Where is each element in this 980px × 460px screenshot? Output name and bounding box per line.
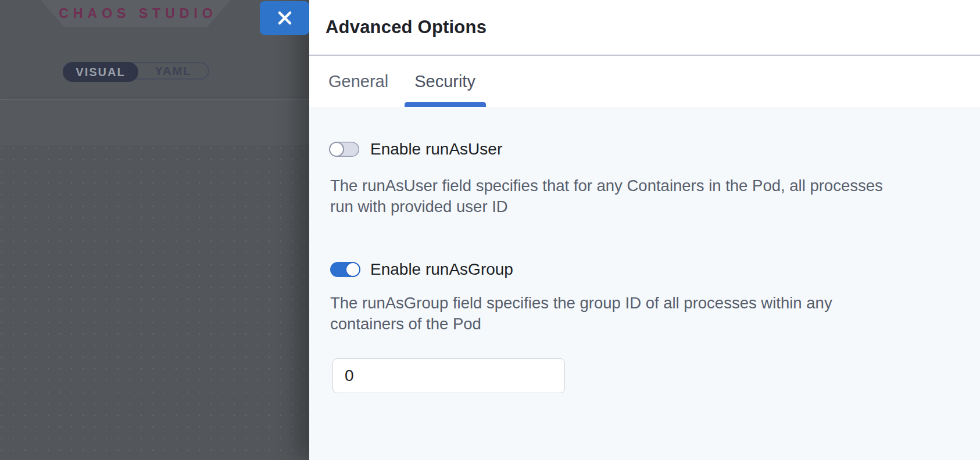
drawer-title: Advanced Options <box>326 17 487 38</box>
enable-runasuser-label: Enable runAsUser <box>370 140 502 159</box>
tab-general[interactable]: General <box>328 56 388 107</box>
enable-runasgroup-toggle[interactable] <box>330 262 359 277</box>
visual-yaml-toggle: VISUAL YAML <box>63 62 209 80</box>
security-tab-panel: Enable runAsUser The runAsUser field spe… <box>309 108 980 460</box>
advanced-options-drawer: Advanced Options General Security Enable… <box>309 0 980 460</box>
chaos-studio-canvas: CHAOS STUDIO VISUAL YAML <box>0 0 309 460</box>
close-drawer-button[interactable] <box>260 1 309 35</box>
run-as-user-row: Enable runAsUser <box>330 141 980 158</box>
toggle-knob <box>345 262 360 277</box>
canvas-dotted-grid <box>0 145 309 460</box>
enable-runasuser-toggle[interactable] <box>330 142 359 157</box>
close-icon <box>277 10 293 26</box>
drawer-header: Advanced Options <box>309 0 980 56</box>
runasgroup-value-input[interactable] <box>332 358 565 393</box>
run-as-group-row: Enable runAsGroup <box>330 261 980 278</box>
enable-runasgroup-label: Enable runAsGroup <box>370 260 513 279</box>
runasgroup-description: The runAsGroup field specifies the group… <box>330 293 980 335</box>
chaos-studio-logo-text: CHAOS STUDIO <box>54 6 217 21</box>
yaml-mode-tab[interactable]: YAML <box>138 63 208 78</box>
drawer-tabs: General Security <box>309 56 980 107</box>
chaos-studio-screen: CHAOS STUDIO VISUAL YAML Advanced Option… <box>0 0 980 460</box>
runasuser-description: The runAsUser field specifies that for a… <box>330 175 980 217</box>
toggle-knob <box>329 142 344 157</box>
chaos-studio-logo: CHAOS STUDIO <box>41 0 231 27</box>
tab-security[interactable]: Security <box>414 56 475 107</box>
canvas-toolbar-band <box>0 100 309 145</box>
visual-mode-tab[interactable]: VISUAL <box>63 62 138 82</box>
